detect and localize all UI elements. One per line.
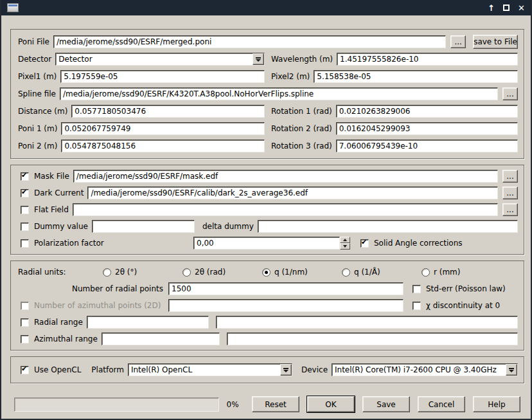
solid-angle-checkbox[interactable] (360, 239, 369, 248)
radio-icon[interactable] (103, 268, 111, 277)
spin-down-icon[interactable] (340, 243, 350, 250)
chevron-down-icon[interactable] (506, 364, 517, 376)
detector-label: Detector (17, 55, 55, 64)
maximize-icon[interactable] (503, 5, 510, 11)
azimuthal-points-input[interactable] (168, 299, 403, 312)
radial-points-label: Number of radial points (17, 284, 168, 293)
dummy-value-checkbox[interactable] (21, 223, 29, 231)
radio-q-nm-label: q (1/nm) (274, 268, 308, 277)
dummy-value-row: Dummy value delta dummy (17, 219, 518, 233)
radio-icon[interactable] (421, 268, 430, 277)
radial-points-input[interactable] (168, 282, 403, 295)
radio-2theta-deg[interactable]: 2θ (°) (103, 268, 182, 277)
polarization-input[interactable] (193, 237, 340, 250)
radio-icon[interactable] (182, 268, 191, 277)
shade-icon[interactable]: ↑ (488, 4, 495, 12)
radial-range-row: Radial range (17, 315, 518, 329)
save-to-file-button[interactable]: save to File (473, 35, 518, 49)
spline-file-input[interactable] (60, 87, 498, 100)
polarization-checkbox[interactable] (21, 239, 29, 248)
device-combobox[interactable]: Intel(R) Core(TM) i7-2600 CPU @ 3.40GHz (332, 363, 518, 376)
delta-dummy-input[interactable] (258, 220, 518, 233)
poni2-input[interactable] (61, 140, 265, 152)
flat-field-input[interactable] (73, 203, 498, 216)
radio-2theta-rad[interactable]: 2θ (rad) (182, 268, 262, 277)
help-button[interactable]: Help (473, 396, 520, 412)
close-icon[interactable]: ✕ (518, 4, 525, 12)
save-button[interactable]: Save (362, 396, 410, 412)
radial-range-min-input[interactable] (87, 316, 209, 329)
flat-field-label: Flat Field (33, 205, 73, 214)
dialog-window: ↑ ✕ Poni File ... save to File Detector (0, 0, 532, 420)
flat-field-browse-button[interactable]: ... (502, 203, 518, 216)
azimuthal-range-checkbox[interactable] (21, 335, 29, 343)
distance-input[interactable] (71, 105, 265, 118)
integration-group: Radial units: 2θ (°) 2θ (rad) q (1/nm) (10, 260, 524, 351)
pixel2-input[interactable] (314, 70, 518, 83)
poni1-input[interactable] (61, 122, 265, 135)
spin-up-icon[interactable] (340, 237, 350, 243)
poni1-rot2-row: Poni 1 (m) Rotation 2 (rad) (17, 122, 518, 136)
mask-file-label: Mask File (33, 172, 73, 181)
chevron-down-icon[interactable] (253, 53, 264, 65)
use-opencl-checkbox[interactable] (21, 366, 29, 374)
radio-icon[interactable] (342, 268, 350, 277)
mask-file-checkbox[interactable] (21, 172, 29, 181)
radio-q-angstrom[interactable]: q (1/Å) (342, 268, 421, 277)
platform-label: Platform (90, 365, 128, 374)
dark-current-browse-button[interactable]: ... (502, 187, 518, 199)
progress-percent: 0% (227, 400, 244, 409)
distance-label: Distance (m) (17, 107, 71, 116)
rotation3-label: Rotation 3 (rad) (270, 142, 336, 151)
radial-range-max-input[interactable] (216, 316, 518, 329)
spline-row: Spline file ... (17, 87, 518, 101)
wavelength-input[interactable] (337, 53, 518, 66)
rotation1-input[interactable] (336, 105, 518, 118)
opencl-row: Use OpenCL Platform Intel(R) OpenCL Devi… (17, 363, 518, 377)
rotation3-input[interactable] (336, 140, 518, 152)
std-err-label: Std-err (Poisson law) (425, 284, 510, 293)
platform-combobox[interactable]: Intel(R) OpenCL (128, 363, 292, 376)
wavelength-label: Wavelength (m) (270, 55, 337, 64)
radio-q-nm[interactable]: q (1/nm) (262, 268, 342, 277)
pixel1-input[interactable] (60, 70, 265, 83)
detector-combobox[interactable]: Detector (55, 53, 265, 66)
dark-current-checkbox[interactable] (21, 189, 29, 197)
dark-current-input[interactable] (87, 187, 498, 199)
chi-discontinuity-checkbox[interactable] (412, 302, 421, 310)
platform-selected-value: Intel(R) OpenCL (129, 364, 280, 376)
opencl-group: Use OpenCL Platform Intel(R) OpenCL Devi… (10, 356, 524, 383)
azimuthal-range-max-input[interactable] (227, 333, 518, 345)
mask-file-input[interactable] (73, 170, 498, 183)
cancel-button[interactable]: Cancel (418, 396, 465, 412)
radio-r-mm[interactable]: r (mm) (421, 268, 518, 277)
spline-browse-button[interactable]: ... (502, 87, 518, 100)
reset-button[interactable]: Reset (252, 396, 299, 412)
radial-range-checkbox[interactable] (21, 318, 29, 327)
rotation2-label: Rotation 2 (rad) (270, 124, 336, 133)
poni2-label: Poni 2 (m) (17, 142, 61, 151)
poni2-rot3-row: Poni 2 (m) Rotation 3 (rad) (17, 139, 518, 153)
azimuthal-range-min-input[interactable] (102, 333, 220, 345)
ok-button[interactable]: OK (307, 396, 355, 412)
dummy-value-input[interactable] (92, 220, 195, 233)
corrections-group: Mask File ... Dark Current ... Flat Fiel… (10, 165, 524, 255)
mask-file-browse-button[interactable]: ... (502, 170, 518, 183)
poni-file-row: Poni File ... save to File (17, 35, 518, 49)
radial-units-row: Radial units: 2θ (°) 2θ (rad) q (1/nm) (17, 265, 518, 279)
poni-file-input[interactable] (53, 35, 446, 48)
radio-icon[interactable] (262, 268, 270, 277)
azimuthal-points-row: Number of azimuthal points (2D) χ discon… (17, 298, 518, 313)
flat-field-checkbox[interactable] (21, 206, 29, 214)
poni-file-browse-button[interactable]: ... (450, 35, 466, 48)
dark-current-label: Dark Current (33, 188, 87, 197)
geometry-group: Poni File ... save to File Detector Dete… (10, 29, 524, 159)
chevron-down-icon[interactable] (280, 364, 292, 376)
rotation2-input[interactable] (336, 122, 518, 135)
azimuthal-points-checkbox[interactable] (21, 302, 29, 310)
std-err-checkbox[interactable] (412, 285, 421, 293)
dummy-value-label: Dummy value (33, 222, 92, 231)
dark-current-row: Dark Current ... (17, 186, 518, 200)
polarization-spinbox[interactable] (193, 237, 350, 250)
detector-row: Detector Detector Wavelength (m) (17, 52, 518, 66)
